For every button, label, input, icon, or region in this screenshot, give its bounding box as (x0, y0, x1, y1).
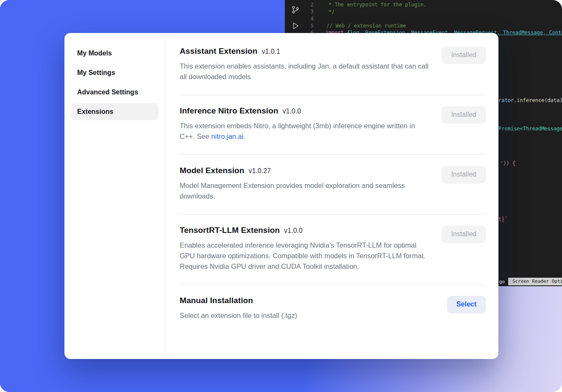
extension-title: Model Extension (180, 166, 244, 175)
sidebar-item-extensions[interactable]: Extensions (71, 103, 158, 120)
extension-version: v1.0.0 (284, 227, 303, 234)
code-line-comment: * The entrypoint for the plugin. (326, 2, 426, 8)
code-fragment: rator.inference(data)); (498, 97, 562, 103)
code-fragment: t}` (498, 216, 508, 222)
extension-description: Model Management Extension provides mode… (180, 180, 431, 202)
source-control-icon[interactable] (291, 5, 300, 14)
run-debug-icon[interactable] (291, 21, 300, 30)
editor-line-number: 2 (302, 2, 314, 8)
manual-installation-description: Select an extension file to install (.tg… (180, 310, 434, 321)
extensions-panel: Assistant Extensionv1.0.1 This extension… (165, 33, 498, 359)
installed-button: Installed (442, 226, 486, 243)
extension-version: v1.0.27 (248, 167, 270, 174)
sidebar-item-advanced-settings[interactable]: Advanced Settings (71, 84, 158, 101)
settings-modal: My Models My Settings Advanced Settings … (64, 33, 498, 359)
extension-card-tensorrt-llm: TensortRT-LLM Extensionv1.0.0 Enables ac… (180, 215, 486, 285)
sidebar-item-my-models[interactable]: My Models (71, 45, 158, 62)
code-line-comment: // Web / extension runtime (326, 23, 406, 29)
extension-title: Assistant Extension (180, 47, 258, 55)
desktop: 2 3 4 5 6 * The entrypoint for the plugi… (0, 0, 562, 392)
extension-title: Inference Nitro Extension (180, 106, 278, 115)
extension-description: This extension embeds Nitro, a lightweig… (180, 121, 431, 142)
status-bar-text: go (499, 279, 505, 284)
screen-reader-mode-badge[interactable]: Screen Reader Optimiz (508, 278, 562, 285)
code-fragment: Promise<ThreadMessage> (498, 126, 562, 132)
select-file-button[interactable]: Select (447, 296, 486, 313)
sidebar-item-my-settings[interactable]: My Settings (71, 64, 158, 81)
settings-sidebar: My Models My Settings Advanced Settings … (64, 33, 165, 359)
extension-card-assistant: Assistant Extensionv1.0.1 This extension… (180, 36, 486, 95)
extension-version: v1.0.0 (283, 108, 301, 115)
extension-card-inference-nitro: Inference Nitro Extensionv1.0.0 This ext… (180, 95, 486, 155)
nitro-link[interactable]: nitro.jan.ai (211, 133, 243, 140)
installed-button: Installed (442, 47, 486, 63)
editor-line-number: 5 (302, 23, 314, 29)
extension-description: This extension enables assistants, inclu… (180, 61, 431, 82)
extension-description: Enables accelerated inference leveraging… (180, 240, 431, 272)
code-line-comment: */ (326, 9, 335, 15)
extension-title: TensortRT-LLM Extension (180, 226, 280, 235)
code-fragment: ')) { (500, 160, 515, 166)
extension-card-model: Model Extensionv1.0.27 Model Management … (180, 155, 486, 215)
manual-installation-row: Manual Installation Select an extension … (180, 285, 486, 334)
installed-button: Installed (442, 106, 486, 123)
extension-version: v1.0.1 (262, 48, 281, 55)
editor-line-number: 3 (302, 9, 314, 15)
editor-line-number: 4 (302, 16, 314, 22)
installed-button: Installed (442, 166, 486, 183)
manual-installation-title: Manual Installation (180, 296, 253, 305)
